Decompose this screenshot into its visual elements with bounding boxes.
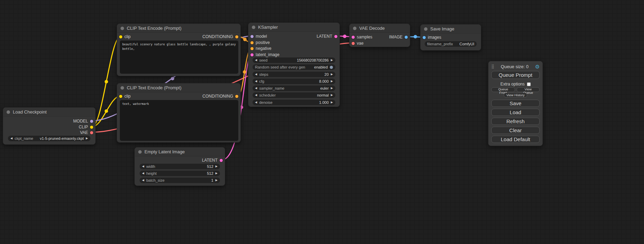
node-titlebar[interactable]: VAE Decode [350, 24, 410, 33]
extra-options-checkbox[interactable] [527, 82, 531, 86]
widget-ckpt-name[interactable]: ◀ ckpt_name v1-5-pruned-emaonly.ckpt ▶ [8, 136, 90, 141]
input-port-latent-image[interactable] [250, 53, 254, 56]
widget-steps[interactable]: ◀ steps 20 ▶ [253, 72, 335, 77]
increment-arrow-icon[interactable]: ▶ [331, 73, 333, 76]
increment-arrow-icon[interactable]: ▶ [215, 172, 218, 175]
input-port-vae[interactable] [352, 42, 355, 45]
input-port-positive[interactable] [250, 41, 254, 44]
load-default-button[interactable]: Load Default [491, 136, 540, 143]
widget-value: v1-5-pruned-emaonly.ckpt [40, 136, 84, 141]
port-row: clip CONDITIONING [117, 34, 240, 39]
widget-filename-prefix[interactable]: filename_prefix ComfyUI [425, 41, 477, 47]
drag-handle-icon[interactable]: ⣿ [491, 64, 494, 69]
input-port-clip[interactable] [119, 35, 122, 38]
node-titlebar[interactable]: Empty Latent Image [135, 147, 225, 156]
widget-value: 512 [207, 164, 213, 169]
decrement-arrow-icon[interactable]: ◀ [142, 179, 144, 182]
clear-button[interactable]: Clear [491, 127, 540, 134]
decrement-arrow-icon[interactable]: ◀ [142, 165, 144, 168]
widget-batch-size[interactable]: ◀ batch_size 1 ▶ [140, 178, 220, 183]
save-button[interactable]: Save [491, 100, 540, 107]
node-clip-text-encode-positive[interactable]: CLIP Text Encode (Prompt) clip CONDITION… [117, 24, 241, 76]
output-label-image: IMAGE [389, 35, 403, 39]
widget-value: ComfyUI [459, 42, 474, 46]
queue-prompt-button[interactable]: Queue Prompt [491, 71, 540, 79]
widget-scheduler[interactable]: ◀ scheduler normal ▶ [253, 92, 335, 98]
increment-arrow-icon[interactable]: ▶ [215, 165, 218, 168]
increment-arrow-icon[interactable]: ▶ [331, 59, 333, 62]
decrement-arrow-icon[interactable]: ◀ [255, 80, 257, 83]
input-port-clip[interactable] [119, 95, 122, 98]
widget-seed[interactable]: ◀ seed 156680208700286 ▶ [253, 57, 335, 63]
collapse-dot[interactable] [252, 26, 255, 29]
prev-value-arrow-icon[interactable]: ◀ [255, 87, 257, 90]
prev-value-arrow-icon[interactable]: ◀ [10, 137, 12, 140]
prompt-textarea[interactable]: beautiful scenery nature glass bottle la… [120, 40, 238, 74]
input-port-samples[interactable] [352, 36, 355, 39]
node-clip-text-encode-negative[interactable]: CLIP Text Encode (Prompt) clip CONDITION… [117, 83, 241, 143]
next-value-arrow-icon[interactable]: ▶ [331, 94, 333, 97]
output-port-latent[interactable] [334, 35, 337, 38]
node-empty-latent-image[interactable]: Empty Latent Image LATENT ◀ width 512 ▶ … [134, 147, 225, 186]
settings-gear-icon[interactable]: ⚙ [535, 64, 540, 69]
output-port-clip[interactable] [90, 126, 93, 129]
view-queue-button[interactable]: View Queue [517, 87, 540, 92]
refresh-button[interactable]: Refresh [491, 118, 540, 125]
collapse-dot[interactable] [7, 110, 10, 114]
decrement-arrow-icon[interactable]: ◀ [255, 59, 257, 62]
node-title: Load Checkpoint [13, 109, 47, 115]
load-button[interactable]: Load [491, 109, 540, 116]
widget-name: sampler_name [259, 86, 284, 90]
collapse-dot[interactable] [121, 27, 124, 30]
output-port-vae[interactable] [90, 131, 93, 134]
node-load-checkpoint[interactable]: Load Checkpoint MODEL CLIP VAE ◀ ckpt_na… [3, 107, 96, 145]
collapse-dot[interactable] [121, 86, 124, 90]
node-title: Save Image [430, 26, 454, 31]
input-port-negative[interactable] [250, 47, 254, 50]
port-row: LATENT [135, 158, 225, 163]
next-value-arrow-icon[interactable]: ▶ [86, 137, 88, 140]
queue-front-button[interactable]: Queue Front [491, 87, 515, 92]
view-history-button[interactable]: View History [504, 93, 528, 98]
node-titlebar[interactable]: KSampler [248, 23, 339, 32]
widget-height[interactable]: ◀ height 512 ▶ [140, 171, 220, 176]
decrement-arrow-icon[interactable]: ◀ [142, 172, 144, 175]
input-port-model[interactable] [250, 35, 254, 38]
widget-value: 1.000 [319, 100, 329, 105]
increment-arrow-icon[interactable]: ▶ [331, 101, 333, 104]
node-ksampler[interactable]: KSampler model LATENT positive negative [248, 22, 340, 107]
output-port-conditioning[interactable] [235, 95, 238, 98]
prompt-textarea[interactable]: text, watermark [120, 100, 238, 141]
decrement-arrow-icon[interactable]: ◀ [255, 101, 257, 104]
link-midpoint-dot [171, 77, 174, 80]
increment-arrow-icon[interactable]: ▶ [215, 179, 218, 182]
port-row: VAE [3, 130, 95, 135]
node-titlebar[interactable]: Load Checkpoint [3, 108, 95, 117]
output-label-conditioning: CONDITIONING [202, 94, 233, 99]
decrement-arrow-icon[interactable]: ◀ [255, 73, 257, 76]
increment-arrow-icon[interactable]: ▶ [331, 80, 333, 83]
output-port-image[interactable] [405, 36, 408, 39]
node-titlebar[interactable]: CLIP Text Encode (Prompt) [117, 24, 240, 33]
output-port-model[interactable] [90, 120, 93, 123]
input-port-images[interactable] [423, 36, 426, 39]
input-label-images: images [428, 35, 441, 40]
widget-sampler-name[interactable]: ◀ sampler_name euler ▶ [253, 85, 335, 91]
output-port-latent[interactable] [220, 159, 223, 162]
widget-cfg[interactable]: ◀ cfg 8.000 ▶ [253, 79, 335, 84]
widget-random-seed-toggle[interactable]: Random seed after every gen enabled [253, 64, 335, 70]
node-titlebar[interactable]: Save Image [421, 25, 481, 34]
collapse-dot[interactable] [138, 150, 142, 154]
collapse-dot[interactable] [353, 27, 356, 30]
toggle-indicator[interactable] [330, 66, 333, 69]
node-titlebar[interactable]: CLIP Text Encode (Prompt) [117, 83, 240, 92]
collapse-dot[interactable] [424, 27, 427, 31]
widget-denoise[interactable]: ◀ denoise 1.000 ▶ [253, 100, 335, 105]
node-graph-canvas[interactable]: Load Checkpoint MODEL CLIP VAE ◀ ckpt_na… [0, 0, 644, 244]
prev-value-arrow-icon[interactable]: ◀ [255, 94, 257, 97]
widget-width[interactable]: ◀ width 512 ▶ [140, 164, 220, 169]
node-save-image[interactable]: Save Image images filename_prefix ComfyU… [420, 24, 481, 51]
output-port-conditioning[interactable] [235, 35, 238, 38]
next-value-arrow-icon[interactable]: ▶ [331, 87, 333, 90]
node-vae-decode[interactable]: VAE Decode samples IMAGE vae [349, 24, 410, 47]
